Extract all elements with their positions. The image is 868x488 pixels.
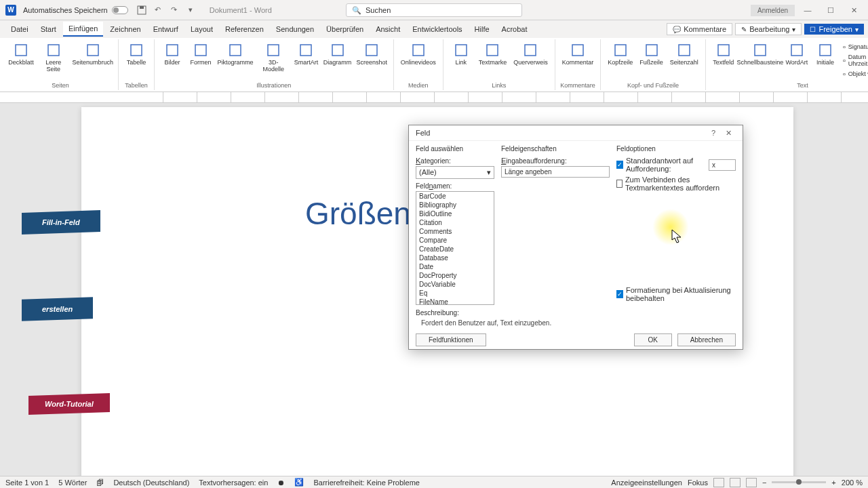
ribbon-diagramm[interactable]: Diagramm (321, 41, 353, 81)
tab-start[interactable]: Start (35, 22, 62, 36)
display-settings[interactable]: Anzeigeeinstellungen (611, 479, 682, 487)
tab-datei[interactable]: Datei (5, 22, 34, 36)
ribbon-querverweis[interactable]: Querverweis (511, 41, 551, 81)
tab-entwurf[interactable]: Entwurf (148, 22, 184, 36)
ribbon-icon (676, 42, 692, 58)
status-predict[interactable]: Textvorhersagen: ein (199, 479, 268, 487)
fieldname-item[interactable]: BidiOutline (416, 209, 494, 218)
ribbon-initiale[interactable]: Initiale (812, 41, 839, 81)
properties-label: Feldeigenschaften (501, 145, 610, 152)
view-web-icon[interactable] (746, 478, 757, 487)
tab-einfuegen[interactable]: Einfügen (63, 22, 103, 37)
save-icon[interactable] (136, 5, 147, 16)
qat-dropdown-icon[interactable]: ▾ (185, 5, 196, 16)
focus-mode[interactable]: Fokus (688, 479, 708, 487)
fieldname-item[interactable]: Eq (416, 289, 494, 298)
share-button[interactable]: ☐ Freigeben ▾ (804, 24, 864, 35)
toggle-switch[interactable] (112, 6, 128, 14)
fieldnames-listbox[interactable]: BarCodeBibliographyBidiOutlineCitationCo… (416, 191, 494, 305)
dialog-close-icon[interactable]: ✕ (721, 125, 736, 140)
ribbon-formen[interactable]: Formen (187, 41, 214, 81)
checkbox-icon[interactable] (616, 180, 623, 188)
prompt-input[interactable] (501, 166, 610, 178)
fieldname-item[interactable]: Bibliography (416, 201, 494, 209)
view-read-icon[interactable] (713, 478, 724, 487)
tab-ueberpruefen[interactable]: Überprüfen (321, 22, 369, 36)
status-page[interactable]: Seite 1 von 1 (5, 479, 49, 487)
help-icon[interactable]: ? (706, 125, 721, 140)
zoom-out-icon[interactable]: − (762, 479, 766, 487)
ribbon-piktogramme[interactable]: Piktogramme (216, 41, 255, 81)
tab-sendungen[interactable]: Sendungen (271, 22, 319, 36)
ribbon-seitenumbruch[interactable]: Seitenumbruch (71, 41, 114, 81)
fieldname-item[interactable]: Comments (416, 227, 494, 236)
tab-referenzen[interactable]: Referenzen (220, 22, 269, 36)
fieldcodes-button[interactable]: Feldfunktionen (416, 333, 486, 346)
ribbon-kopfzeile[interactable]: Kopfzeile (605, 41, 635, 81)
ribbon-label: Link (455, 60, 467, 66)
status-words[interactable]: 5 Wörter (58, 479, 87, 487)
tab-entwicklertools[interactable]: Entwicklertools (407, 22, 467, 36)
fieldname-item[interactable]: Citation (416, 218, 494, 227)
status-macro-icon[interactable]: ⏺ (277, 479, 285, 487)
checkbox-checked-icon[interactable]: ✓ (616, 290, 623, 298)
ribbon-screenshot[interactable]: Screenshot (355, 41, 389, 81)
ribbon-textmarke[interactable]: Textmarke (476, 41, 510, 81)
ribbon-fußzeile[interactable]: Fußzeile (637, 41, 666, 81)
zoom-slider[interactable] (772, 481, 826, 483)
zoom-in-icon[interactable]: + (831, 479, 835, 487)
ribbon-bilder[interactable]: Bilder (159, 41, 186, 81)
ribbon-textfeld[interactable]: Textfeld (710, 41, 737, 81)
status-access[interactable]: Barrierefreiheit: Keine Probleme (313, 479, 420, 487)
ribbon-tabelle[interactable]: Tabelle (123, 41, 150, 81)
ribbon-link[interactable]: Link (448, 41, 475, 81)
ribbon-onlinevideos[interactable]: Onlinevideos (398, 41, 439, 81)
ribbon-schnellbausteine[interactable]: Schnellbausteine (738, 41, 782, 81)
tab-hilfe[interactable]: Hilfe (469, 22, 495, 36)
autosave-toggle[interactable]: Automatisches Speichern (23, 6, 128, 14)
maximize-icon[interactable]: ☐ (821, 3, 841, 18)
ribbon-kommentar[interactable]: Kommentar (559, 41, 597, 81)
tab-zeichnen[interactable]: Zeichnen (104, 22, 146, 36)
ok-button[interactable]: OK (634, 333, 672, 346)
tab-ansicht[interactable]: Ansicht (370, 22, 406, 36)
fieldname-item[interactable]: FileName (416, 298, 494, 305)
opt-default-answer[interactable]: ✓ Standardantwort auf Aufforderung: (616, 157, 736, 173)
ribbon-small-item[interactable]: ▫Objekt ▾ (842, 69, 868, 79)
ribbon-leere seite[interactable]: Leere Seite (37, 41, 71, 81)
minimize-icon[interactable]: — (797, 3, 818, 18)
ribbon-label: Leere Seite (39, 60, 68, 73)
tab-layout[interactable]: Layout (185, 22, 218, 36)
checkbox-checked-icon[interactable]: ✓ (616, 161, 623, 169)
ribbon-3d-modelle[interactable]: 3D-Modelle (256, 41, 291, 81)
ribbon-wordart[interactable]: WordArt (783, 41, 810, 81)
fieldname-item[interactable]: Database (416, 253, 494, 262)
ribbon-small-item[interactable]: ▫Datum und Uhrzeit ▾ (842, 53, 868, 68)
opt-bookmark[interactable]: Zum Verbinden des Textmarkentextes auffo… (616, 176, 736, 192)
redo-icon[interactable]: ↷ (169, 5, 180, 16)
fieldname-item[interactable]: DocVariable (416, 280, 494, 289)
ribbon-smartart[interactable]: SmartArt (292, 41, 320, 81)
comments-button[interactable]: 💬 Kommentare (667, 23, 732, 35)
search-box[interactable]: 🔍 Suchen (346, 3, 522, 17)
view-print-icon[interactable] (730, 478, 741, 487)
ribbon-seitenzahl[interactable]: Seitenzahl (667, 41, 701, 81)
default-answer-input[interactable] (709, 159, 736, 171)
cancel-button[interactable]: Abbrechen (677, 333, 736, 346)
fieldname-item[interactable]: Compare (416, 236, 494, 245)
fieldname-item[interactable]: DocProperty (416, 271, 494, 280)
fieldname-item[interactable]: BarCode (416, 192, 494, 201)
ribbon-small-item[interactable]: ▫Signaturzeile ▾ (842, 42, 868, 52)
categories-dropdown[interactable]: (Alle)▾ (416, 166, 494, 179)
close-icon[interactable]: ✕ (844, 3, 864, 18)
status-lang[interactable]: Deutsch (Deutschland) (113, 479, 189, 487)
editing-button[interactable]: ✎ Bearbeitung ▾ (735, 23, 802, 35)
fieldname-item[interactable]: Date (416, 262, 494, 271)
fieldname-item[interactable]: CreateDate (416, 245, 494, 253)
ribbon-deckblatt[interactable]: Deckblatt (7, 41, 35, 81)
tab-acrobat[interactable]: Acrobat (496, 22, 533, 36)
opt-preserve-format[interactable]: ✓ Formatierung bei Aktualisierung beibeh… (616, 286, 736, 302)
undo-icon[interactable]: ↶ (153, 5, 163, 16)
zoom-level[interactable]: 200 % (842, 479, 863, 487)
signin-button[interactable]: Anmelden (751, 5, 795, 16)
